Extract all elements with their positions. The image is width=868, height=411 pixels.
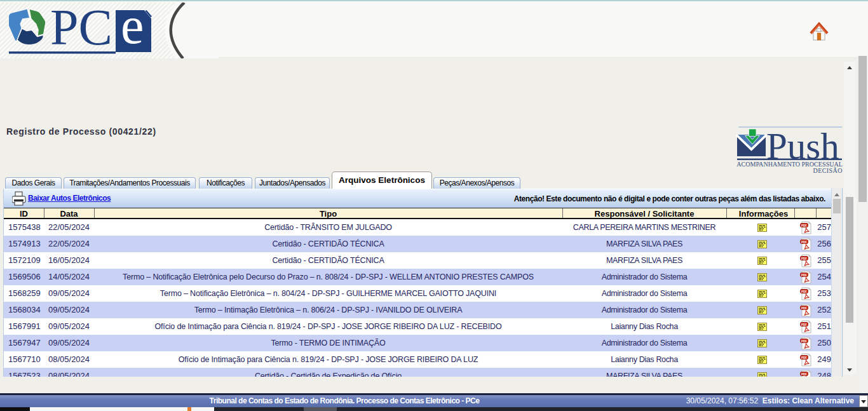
- svg-text:PDF: PDF: [801, 241, 807, 244]
- svg-text:PDF: PDF: [801, 224, 807, 227]
- svg-text:PDF: PDF: [801, 307, 807, 310]
- svg-text:PDF: PDF: [801, 274, 807, 277]
- svg-text:PDF: PDF: [801, 290, 807, 293]
- svg-text:PDF: PDF: [801, 373, 807, 376]
- svg-text:e: e: [121, 9, 144, 55]
- svg-text:PC: PC: [50, 9, 112, 55]
- svg-text:PDF: PDF: [801, 340, 807, 343]
- svg-text:PDF: PDF: [801, 257, 807, 260]
- svg-text:PDF: PDF: [801, 323, 807, 327]
- svg-text:PDF: PDF: [801, 356, 807, 360]
